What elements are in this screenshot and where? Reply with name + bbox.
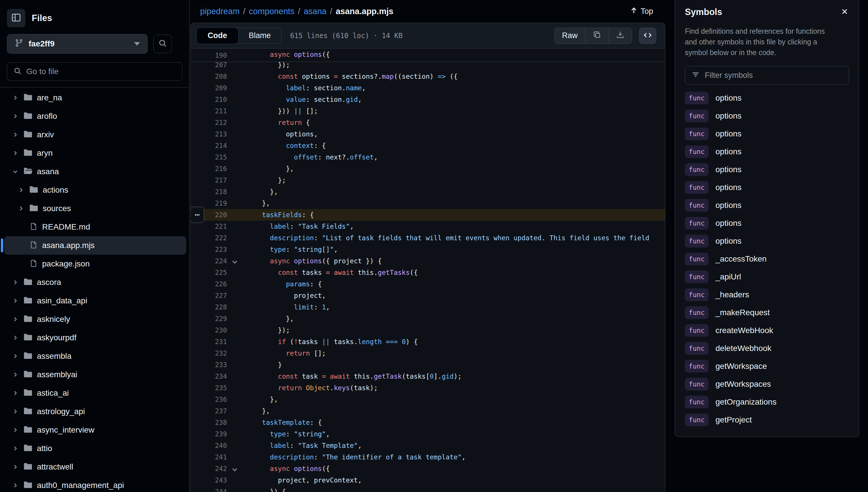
code-line[interactable]: 220 taskFields: { ⋯ [191,209,665,221]
symbol-options[interactable]: func options [675,178,859,196]
tab-blame[interactable]: Blame [239,31,281,40]
collapse-code-section-icon[interactable] [231,257,239,265]
line-number[interactable]: 232 [191,347,227,359]
tree-row-asana[interactable]: asana [0,162,189,181]
symbol-options[interactable]: func options [675,125,859,143]
code-line[interactable]: 238 taskTemplate: { [191,417,665,428]
code-line[interactable]: 241 description: "The identifier of a ta… [191,451,665,463]
code-line[interactable]: 229 }, [191,313,665,324]
line-number[interactable]: 217 [191,174,227,186]
code-line[interactable]: 232 return []; [191,347,665,359]
tree-row-asknicely[interactable]: asknicely [0,310,189,328]
tree-row-aryn[interactable]: aryn [0,144,189,162]
raw-button[interactable]: Raw [554,28,585,44]
line-number[interactable]: 241 [191,451,227,463]
tree-row-aroflo[interactable]: aroflo [0,107,189,125]
code-line[interactable]: 234 const task = await this.getTask(task… [191,371,665,382]
line-number[interactable]: 227 [191,290,227,301]
code-line[interactable]: 230 }); [191,324,665,336]
tree-row-assembla[interactable]: assembla [0,347,189,365]
line-number[interactable]: 215 [191,151,227,163]
code-line[interactable]: 213 options, [191,128,665,140]
line-number[interactable]: 236 [191,394,227,405]
line-number[interactable]: 222 [191,232,227,244]
tree-row-package.json[interactable]: package.json [0,255,189,273]
copy-raw-button[interactable] [585,28,609,44]
symbol-options[interactable]: func options [675,196,859,214]
line-number[interactable]: 231 [191,336,227,347]
tree-row-attio[interactable]: attio [0,439,189,458]
code-line[interactable]: 222 description: "List of task fields th… [191,232,665,244]
code-line[interactable]: 221 label: "Task Fields", [191,221,665,232]
line-number[interactable]: 242 [191,463,227,474]
code-line[interactable]: 225 const tasks = await this.getTasks({ [191,267,665,278]
line-number[interactable]: 208 [191,71,227,82]
tree-row-assemblyai[interactable]: assemblyai [0,365,189,384]
breadcrumb-link-asana[interactable]: asana [304,7,326,16]
code-line[interactable]: 218 }, [191,186,665,198]
line-number[interactable]: 228 [191,301,227,313]
symbol-options[interactable]: func options [675,232,859,250]
symbol-_apiUrl[interactable]: func _apiUrl [675,268,859,286]
code-line[interactable]: 236 }, [191,394,665,405]
symbol-options[interactable]: func options [675,107,859,125]
code-line[interactable]: 215 offset: next?.offset, [191,151,665,163]
line-number[interactable]: 225 [191,267,227,278]
branch-selector[interactable]: fae2ff9 [7,34,148,54]
code-line[interactable]: 226 params: { [191,278,665,290]
line-number[interactable]: 229 [191,313,227,324]
code-line[interactable]: 219 }, [191,198,665,209]
line-number[interactable]: 243 [191,474,227,486]
code-line[interactable]: 242 async options({ [191,463,665,474]
symbol-getProject[interactable]: func getProject [675,411,859,429]
tree-row-auth0_management_api[interactable]: auth0_management_api [0,476,189,492]
line-number[interactable]: 224 [191,255,227,267]
tree-row-asin_data_api[interactable]: asin_data_api [0,292,189,310]
line-number[interactable]: 230 [191,324,227,336]
symbol-deleteWebhook[interactable]: func deleteWebhook [675,340,859,357]
symbol-_accessToken[interactable]: func _accessToken [675,250,859,268]
tree-row-arxiv[interactable]: arxiv [0,125,189,144]
line-number[interactable]: 214 [191,140,227,151]
symbol-_headers[interactable]: func _headers [675,286,859,304]
tree-row-are_na[interactable]: are_na [0,89,189,107]
close-symbols-panel-button[interactable] [840,7,849,17]
line-number[interactable]: 234 [191,371,227,382]
line-number[interactable]: 233 [191,359,227,371]
line-number[interactable]: 244 [191,486,227,492]
line-number[interactable]: 213 [191,128,227,140]
code-line[interactable]: 228 limit: 1, [191,301,665,313]
tree-row-README.md[interactable]: README.md [0,218,189,236]
tree-row-astica_ai[interactable]: astica_ai [0,384,189,402]
symbol-getOrganizations[interactable]: func getOrganizations [675,393,859,411]
sticky-context-line[interactable]: 190 async options({ [191,49,665,62]
code-line[interactable]: 243 project, prevContext, [191,474,665,486]
code-line[interactable]: 239 type: "string", [191,428,665,440]
tab-code[interactable]: Code [196,27,239,44]
symbol-getWorkspace[interactable]: func getWorkspace [675,357,859,375]
collapse-code-section-icon[interactable] [231,465,239,473]
line-options-button[interactable]: ⋯ [190,207,204,223]
back-to-top-button[interactable]: Top [630,7,653,16]
code-line[interactable]: 217 }; [191,174,665,186]
line-number[interactable]: 210 [191,94,227,105]
code-line[interactable]: 216 }, [191,163,665,174]
symbol-options[interactable]: func options [675,143,859,161]
code-line[interactable]: 223 type: "string[]", [191,244,665,255]
code-line[interactable]: 244 }) { [191,486,665,492]
line-number[interactable]: 212 [191,117,227,128]
code-line[interactable]: 190 async options({ [191,49,330,62]
symbol-options[interactable]: func options [675,89,859,107]
line-number[interactable]: 190 [191,49,227,62]
code-line[interactable]: 240 label: "Task Template", [191,440,665,451]
breadcrumb-link-components[interactable]: components [249,7,294,16]
code-line[interactable]: 235 return Object.keys(task); [191,382,665,394]
search-this-repository-button[interactable] [153,34,172,53]
breadcrumb-link-repo[interactable]: pipedream [200,7,240,16]
download-raw-button[interactable] [609,28,632,44]
line-number[interactable]: 238 [191,417,227,428]
tree-row-asana.app.mjs[interactable]: asana.app.mjs [0,236,189,255]
symbol-options[interactable]: func options [675,161,859,178]
code-line[interactable]: 233 } [191,359,665,371]
tree-row-sources[interactable]: sources [0,199,189,218]
